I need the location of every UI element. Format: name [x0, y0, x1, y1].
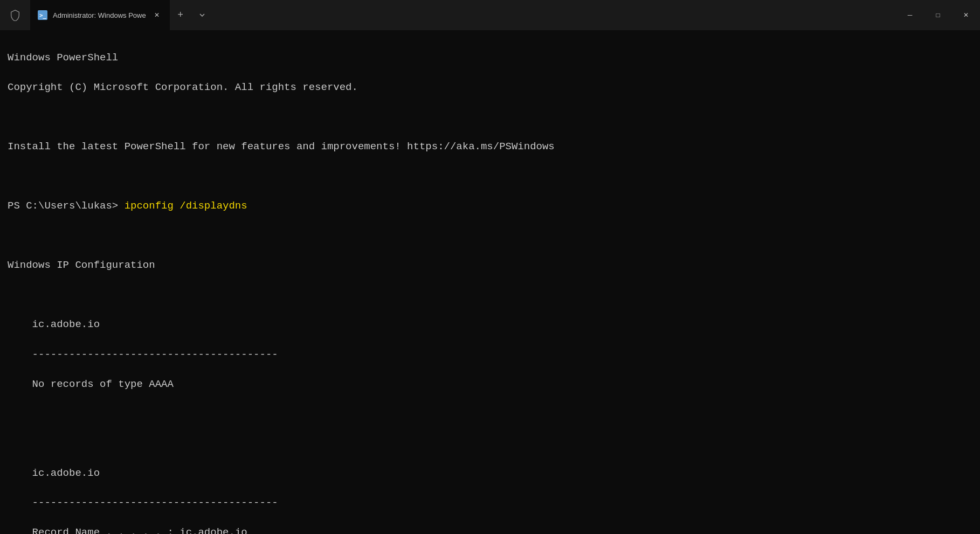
window-controls: ─ □ ✕	[896, 0, 980, 30]
powershell-tab-icon: >_	[38, 10, 47, 20]
terminal-line-8	[8, 287, 970, 303]
terminal-prompt-line: PS C:\Users\lukas> ipconfig /displaydns	[8, 198, 970, 214]
terminal-line-2: Copyright (C) Microsoft Corporation. All…	[8, 80, 970, 95]
terminal-output[interactable]: Windows PowerShell Copyright (C) Microso…	[0, 30, 980, 534]
blank-1	[8, 406, 970, 422]
entry2-name: ic.adobe.io	[8, 466, 970, 481]
prompt-prefix: PS C:\Users\lukas>	[8, 200, 125, 212]
tab-label: Administrator: Windows Powe	[53, 11, 146, 19]
new-tab-button[interactable]: +	[170, 0, 191, 30]
titlebar-left: >_ Administrator: Windows Powe ✕ +	[0, 0, 896, 30]
terminal-line-6	[8, 228, 970, 244]
blank-2	[8, 436, 970, 452]
entry2-record-name: Record Name . . . . . : ic.adobe.io	[8, 525, 970, 534]
maximize-button[interactable]: □	[924, 0, 952, 30]
record-name-label: Record Name . . . . . :	[8, 526, 180, 534]
tab-dropdown-button[interactable]	[191, 0, 213, 30]
entry2-sep: ----------------------------------------	[8, 495, 970, 511]
terminal-line-4: Install the latest PowerShell for new fe…	[8, 139, 970, 155]
entry1-sep: ----------------------------------------	[8, 347, 970, 363]
titlebar: >_ Administrator: Windows Powe ✕ + ─ □ ✕	[0, 0, 980, 30]
active-tab[interactable]: >_ Administrator: Windows Powe ✕	[30, 0, 170, 30]
entry1-name: ic.adobe.io	[8, 317, 970, 332]
entry1-rec: No records of type AAAA	[8, 377, 970, 392]
terminal-line-5	[8, 169, 970, 184]
terminal-line-7: Windows IP Configuration	[8, 258, 970, 273]
close-button[interactable]: ✕	[952, 0, 980, 30]
terminal-line-3	[8, 109, 970, 125]
terminal-line-1: Windows PowerShell	[8, 50, 970, 66]
minimize-button[interactable]: ─	[896, 0, 924, 30]
tab-close-button[interactable]: ✕	[151, 10, 162, 20]
record-name-val: ic.adobe.io	[180, 526, 247, 534]
command-text: ipconfig /displaydns	[125, 200, 247, 212]
svg-text:>_: >_	[39, 12, 46, 19]
shield-icon	[0, 0, 30, 30]
